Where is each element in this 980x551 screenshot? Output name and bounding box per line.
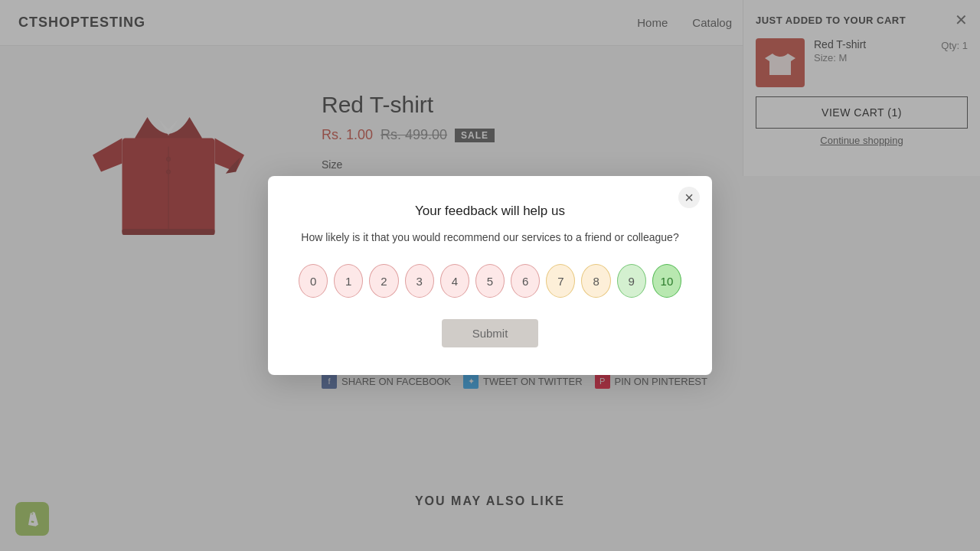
modal-question: How likely is it that you would recommen… bbox=[299, 230, 681, 246]
rating-btn-8[interactable]: 8 bbox=[581, 264, 610, 298]
rating-btn-2[interactable]: 2 bbox=[369, 264, 398, 298]
modal-overlay: × Your feedback will help us How likely … bbox=[0, 0, 980, 551]
rating-row: 0 1 2 3 4 5 6 7 8 9 10 bbox=[299, 264, 681, 298]
rating-btn-9[interactable]: 9 bbox=[617, 264, 646, 298]
rating-btn-10[interactable]: 10 bbox=[652, 264, 681, 298]
rating-btn-7[interactable]: 7 bbox=[546, 264, 575, 298]
rating-btn-5[interactable]: 5 bbox=[475, 264, 505, 298]
submit-feedback-button[interactable]: Submit bbox=[442, 319, 539, 347]
modal-heading: Your feedback will help us bbox=[299, 204, 681, 219]
rating-btn-3[interactable]: 3 bbox=[405, 264, 434, 298]
rating-btn-6[interactable]: 6 bbox=[511, 264, 540, 298]
rating-btn-0[interactable]: 0 bbox=[299, 264, 328, 298]
rating-btn-4[interactable]: 4 bbox=[440, 264, 469, 298]
modal-close-button[interactable]: × bbox=[678, 187, 700, 208]
feedback-modal: × Your feedback will help us How likely … bbox=[268, 176, 712, 375]
rating-btn-1[interactable]: 1 bbox=[334, 264, 363, 298]
